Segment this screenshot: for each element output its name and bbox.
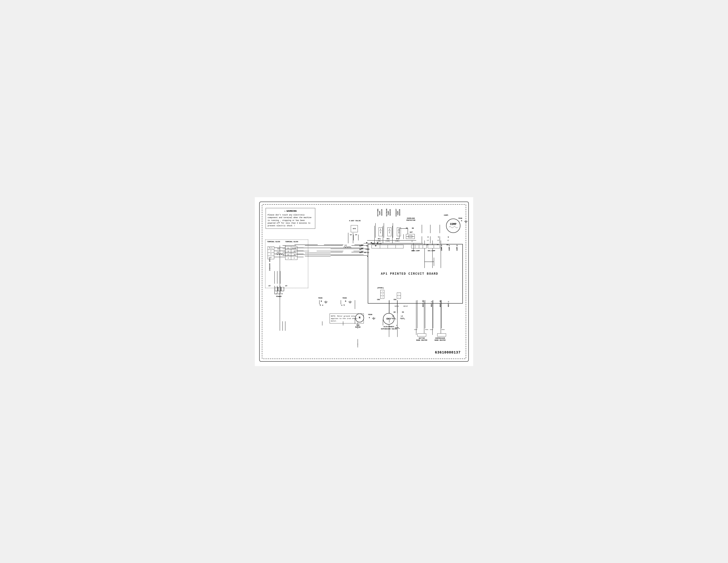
fan-motor-label: FAN MOTOR xyxy=(355,324,360,328)
xt2-label: XT xyxy=(285,285,287,287)
l2w-label: L2 xyxy=(447,239,449,241)
warning-title-text: WARNING xyxy=(287,209,297,213)
u-label: U xyxy=(428,236,429,238)
cn1-connector: ∨ ∨ xyxy=(397,293,401,299)
yegn4-label: YEGN xyxy=(368,314,372,316)
vt2-label: VT xyxy=(355,234,357,236)
svg-rect-64 xyxy=(281,287,284,291)
ovc-comp-text: OVC-COMP xyxy=(428,250,435,252)
l-label: L xyxy=(396,325,397,326)
overload-label: OVERLOAD PROTECTOR xyxy=(406,217,415,222)
terminal-block-label2: TERMINAL BLOCK xyxy=(285,241,298,243)
cn2-connector xyxy=(411,245,427,248)
w-label: W xyxy=(448,236,449,238)
comp-heater-label: COMPRESSOR BAND HEATER xyxy=(435,337,446,342)
ovc-comp-connector xyxy=(428,245,440,248)
ekv-label: ELECTRONIC EXPANSION VALVE xyxy=(381,326,397,330)
rt3-label: RT3 xyxy=(396,238,399,240)
g4-label: G xyxy=(369,317,370,319)
g3-label: G xyxy=(461,220,462,222)
bottom-heater-label: BOTTOM BAND HEATER xyxy=(416,337,427,342)
rt2-label: RT2 xyxy=(387,238,390,240)
heat-n2-label: HEAT-N2 xyxy=(422,300,424,307)
l2v-label: L2 xyxy=(437,239,439,241)
comp-label: COMP. xyxy=(444,214,449,216)
n1-conn-label: N1 xyxy=(366,245,368,247)
comp-heater-symbol xyxy=(437,334,446,337)
g1-label: G xyxy=(321,300,322,303)
vt1-label: VT xyxy=(350,234,352,236)
e-label: E xyxy=(367,255,368,257)
l2u-label: L2 xyxy=(427,239,429,241)
page: ⚠ WARNING Please don't touch any electro… xyxy=(255,197,473,366)
doc-number: 63610000137 xyxy=(435,351,461,355)
comu-label: COMU xyxy=(366,248,370,250)
outtube-sensor-label: OUTTUBE TEMP. SENSOR xyxy=(377,209,383,216)
cn1-label: CN1 xyxy=(394,299,397,301)
bu-wire-label: BU xyxy=(361,244,363,246)
rd1-label: RD xyxy=(406,227,408,229)
svg-text:L1: L1 xyxy=(278,248,280,250)
svg-text:G ⊕: G ⊕ xyxy=(320,304,323,306)
comp-u-label: COMP-U xyxy=(441,245,443,251)
terminal-block-label1: TERMINAL BLOCK xyxy=(267,241,280,243)
rt2-15k: (15K) xyxy=(385,240,390,242)
bn-wire-label: BN xyxy=(361,251,363,253)
comp-v-label: COMP-V xyxy=(448,245,450,251)
lx1-label: LX-1 xyxy=(395,305,399,307)
ovc-comp-label: OVC-COMP xyxy=(412,250,420,252)
bottom-heater-symbol xyxy=(417,334,426,337)
rt3-sensor xyxy=(397,227,401,236)
rt1-sensor xyxy=(379,227,383,236)
rd2-label: RD xyxy=(412,227,414,229)
warning-icon: ⚠ xyxy=(284,209,286,213)
rt2-sensor xyxy=(387,227,391,236)
v-label: V xyxy=(438,236,439,238)
ekv-text: EKV xyxy=(387,318,391,320)
bk-wire-label: BK xyxy=(361,248,363,250)
rt1-label: RT1 xyxy=(378,238,381,240)
og-label: OG xyxy=(402,311,404,313)
outroom-sensor-label: OUTROOM TEMP. SENSOR xyxy=(386,209,391,216)
cn3-connector: ∨ ∨ ∨ xyxy=(380,290,384,299)
note-box: NOTE: Motor ground only applies to the i… xyxy=(330,314,364,324)
yegn2-label: YEGN xyxy=(342,297,347,299)
four-way-label: 4-WAY VALVE xyxy=(349,220,361,222)
heat-l1-label: HEAT-L xyxy=(431,301,432,307)
rt3-50k: (50K) xyxy=(395,240,400,242)
diagram-content: ⚠ WARNING Please don't touch any electro… xyxy=(263,205,465,358)
valve-symbol: 4YV xyxy=(351,225,358,232)
heat-l2-label: HEAT-L xyxy=(448,301,449,307)
heat-n1-label: HEAT-N1 xyxy=(439,300,441,307)
sat-label: SAT xyxy=(410,231,413,233)
warning-title: ⚠ WARNING xyxy=(268,209,313,213)
exhaust-sensor-label: EXHAUST TEMP. SENSOR xyxy=(395,209,401,216)
comp-circle: COMP xyxy=(446,218,460,233)
overload-box xyxy=(406,234,415,239)
pcb-board: AP1 PRINTED CIRCUIT BOARD 4WAY AC-L2 CN2 xyxy=(368,244,463,304)
svg-rect-63 xyxy=(278,287,281,291)
svg-text:⊕ G: ⊕ G xyxy=(341,304,345,306)
rt1-20k: (20K) xyxy=(377,240,381,242)
xt1-label: XT xyxy=(268,285,271,287)
svg-marker-137 xyxy=(366,242,368,243)
power-label: POWER xyxy=(275,295,283,298)
4way-ac-l2-bar xyxy=(372,245,403,248)
warning-box: ⚠ WARNING Please don't touch any electro… xyxy=(266,208,315,229)
yegn3-label: YEGN xyxy=(458,217,462,219)
4way-ac-l2-label: 4WAY AC-L2 xyxy=(372,242,381,244)
outer-border: ⚠ WARNING Please don't touch any electro… xyxy=(259,201,469,362)
svg-rect-62 xyxy=(275,287,278,291)
comp-text: COMP xyxy=(450,223,456,226)
ofan1-label: (OFAN1) xyxy=(377,287,384,289)
comp-w-label: COMP-W xyxy=(456,245,458,251)
warning-text: Please don't touch any electronic compon… xyxy=(268,214,313,227)
ac-l1-label: AC-L1 xyxy=(364,252,369,253)
yegn1-label: YEGN xyxy=(318,297,322,299)
indoor-unit-box: INDOOR UNIT TERMINAL BLOCK TERMINAL BLOC… xyxy=(265,239,308,288)
wh-label: WH xyxy=(394,311,396,313)
pcb-title: AP1 PRINTED CIRCUIT BOARD xyxy=(381,272,438,275)
g2-label: G xyxy=(345,300,346,303)
lx2-label: LX-2 xyxy=(403,305,407,307)
note-text: NOTE: Motor ground only applies to the i… xyxy=(331,315,357,322)
